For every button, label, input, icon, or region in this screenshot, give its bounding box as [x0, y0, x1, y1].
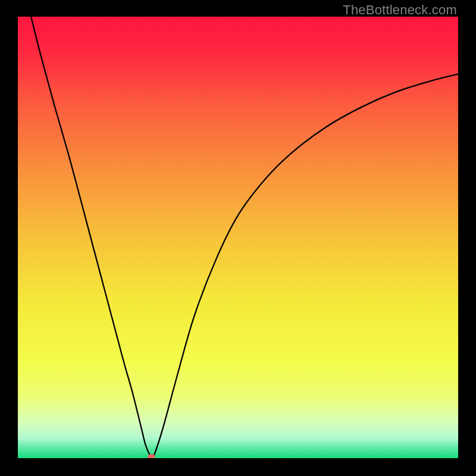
bottleneck-curve [31, 17, 458, 458]
chart-frame: TheBottleneck.com [0, 0, 476, 476]
watermark-text: TheBottleneck.com [343, 2, 457, 18]
curve-layer [18, 17, 458, 458]
plot-area [18, 17, 458, 458]
